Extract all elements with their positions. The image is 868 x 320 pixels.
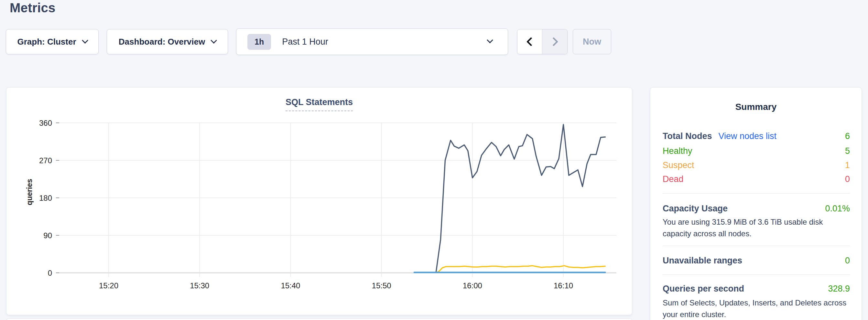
chevron-down-icon [487,37,493,43]
summary-row-healthy: Healthy 5 [663,146,850,156]
next-chart-card-top-edge [6,318,632,320]
dashboard-dropdown[interactable]: Dashboard: Overview [107,29,228,54]
x-tick-label: 15:20 [99,281,118,290]
capacity-usage-value: 0.01% [825,204,850,214]
suspect-value: 1 [845,160,850,170]
divider [663,193,850,194]
queries-per-second-label: Queries per second [663,284,744,294]
next-window-button[interactable] [542,29,567,54]
dead-label: Dead [663,174,684,184]
queries-per-second-value: 328.9 [828,284,850,294]
healthy-value: 5 [845,146,850,156]
sql-statements-chart: 15:2015:3015:4015:5016:0016:100901802703… [6,88,632,316]
summary-title: Summary [650,102,862,112]
capacity-usage-label: Capacity Usage [663,204,727,214]
metrics-page: Metrics Graph: Cluster Dashboard: Overvi… [0,0,868,320]
series-line-yellow [436,266,605,273]
divider [663,275,850,275]
total-nodes-value: 6 [845,131,850,141]
x-tick-label: 15:30 [190,281,209,290]
capacity-usage-description: You are using 315.9 MiB of 3.6 TiB usabl… [663,216,851,239]
x-tick-label: 15:40 [281,281,300,290]
time-range-label: Past 1 Hour [282,37,328,47]
divider [663,246,850,246]
chevron-left-icon [526,37,535,46]
y-tick-label: 360 [39,119,52,127]
time-window-nav [517,29,567,54]
view-nodes-list-link[interactable]: View nodes list [719,131,777,141]
summary-row-suspect: Suspect 1 [663,160,850,170]
chevron-right-icon [549,37,558,46]
total-nodes-label: Total Nodes [663,131,712,141]
y-tick-label: 180 [39,194,52,202]
summary-row-unavailable-ranges: Unavailable ranges 0 [663,256,850,266]
y-tick-label: 0 [48,268,52,277]
healthy-label: Healthy [663,146,692,156]
suspect-label: Suspect [663,160,694,170]
x-tick-label: 15:50 [372,281,391,290]
graph-dropdown-label: Graph: Cluster [17,37,76,47]
now-button[interactable]: Now [573,29,611,54]
qps-description: Sum of Selects, Updates, Inserts, and De… [663,297,851,320]
y-tick-label: 270 [39,156,52,165]
dead-value: 0 [845,174,850,184]
summary-row-dead: Dead 0 [663,174,850,184]
page-title: Metrics [10,1,55,15]
y-tick-label: 90 [43,231,52,240]
summary-panel: Summary Total Nodes View nodes list 6 He… [650,87,862,320]
summary-row-capacity: Capacity Usage 0.01% [663,204,850,214]
time-range-selector[interactable]: 1h Past 1 Hour [236,28,508,55]
sql-statements-card: SQL Statements queries 15:2015:3015:4015… [6,87,632,315]
unavailable-ranges-label: Unavailable ranges [663,256,742,266]
summary-row-qps: Queries per second 328.9 [663,284,850,294]
chevron-down-icon [211,37,217,44]
summary-row-total-nodes: Total Nodes View nodes list 6 [663,131,850,141]
series-line-navy [436,124,605,272]
previous-window-button[interactable] [518,29,542,54]
x-tick-label: 16:10 [554,281,573,290]
x-tick-label: 16:00 [463,281,482,290]
time-range-badge: 1h [247,34,271,50]
dashboard-dropdown-label: Dashboard: Overview [119,37,205,47]
unavailable-ranges-value: 0 [845,256,850,266]
graph-dropdown[interactable]: Graph: Cluster [6,29,99,54]
chevron-down-icon [82,37,88,44]
